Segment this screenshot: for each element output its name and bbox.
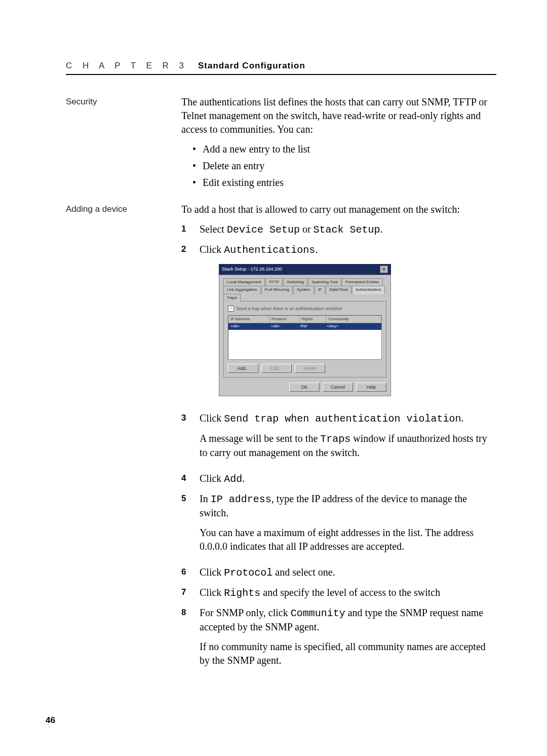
step-number: 1 — [181, 222, 190, 237]
security-bullets: Add a new entry to the list Delete an en… — [192, 142, 496, 190]
edit-button[interactable]: Edit... — [261, 364, 292, 373]
step-number: 7 — [181, 586, 190, 600]
step-body: Click Add. — [200, 472, 496, 486]
section-label-adding: Adding a device — [66, 203, 167, 679]
list-item: Delete an entry — [192, 159, 496, 173]
page-number: 46 — [46, 715, 55, 726]
auth-listbox[interactable]: IP Address Protocol Rights Community <Al… — [228, 315, 382, 360]
chapter-title: Standard Configuration — [198, 61, 305, 70]
step-number: 5 — [181, 492, 190, 559]
step-body: Click Rights and specify the level of ac… — [200, 586, 496, 600]
col-rights[interactable]: Rights — [299, 316, 326, 323]
col-community[interactable]: Community — [326, 316, 381, 323]
close-icon[interactable]: × — [380, 266, 388, 273]
help-button[interactable]: Help — [356, 383, 386, 392]
tab-system[interactable]: System — [293, 286, 314, 294]
step-body: Select Device Setup or Stack Setup. — [200, 222, 496, 237]
step-body: In IP address, type the IP address of th… — [200, 492, 496, 559]
col-protocol[interactable]: Protocol — [269, 316, 299, 323]
trap-checkbox[interactable]: ✓ — [228, 306, 234, 312]
delete-button[interactable]: Delete — [295, 364, 325, 373]
chapter-label: C H A P T E R 3 — [66, 61, 188, 70]
step-number: 4 — [181, 472, 190, 486]
dialog-screenshot: Stack Setup - 172.28.184.200 × Local Man… — [219, 264, 391, 396]
tab-ip[interactable]: IP — [315, 286, 326, 294]
section-label-security: Security — [66, 95, 167, 198]
step-number: 3 — [181, 411, 190, 466]
list-item: Edit existing entries — [192, 176, 496, 190]
page-header: C H A P T E R 3 Standard Configuration — [66, 61, 496, 71]
dialog-tabs: Local Management TFTP Switching Spanning… — [223, 275, 386, 301]
tab-authentication[interactable]: Authentication — [352, 286, 385, 294]
tab-spanning-tree[interactable]: Spanning Tree — [308, 278, 341, 286]
dialog-panel: ✓ Send a trap when there is an authentic… — [223, 301, 386, 377]
step-body: For SNMP only, click Community and type … — [200, 606, 496, 673]
tab-traps[interactable]: Traps — [223, 294, 241, 302]
step-number: 2 — [181, 243, 190, 405]
security-intro: The authentications list defines the hos… — [181, 95, 496, 136]
dialog-titlebar[interactable]: Stack Setup - 172.28.184.200 × — [219, 264, 391, 275]
step-body: Click Send trap when authentication viol… — [200, 411, 496, 466]
list-header: IP Address Protocol Rights Community — [228, 316, 381, 324]
tab-permanent-entries[interactable]: Permanent Entries — [342, 278, 382, 286]
tab-switching[interactable]: Switching — [283, 278, 307, 286]
dialog-title: Stack Setup - 172.28.184.200 — [222, 266, 282, 272]
list-row[interactable]: <All> <All> RW <Any> — [228, 323, 381, 330]
list-item: Add a new entry to the list — [192, 142, 496, 156]
tab-date-time[interactable]: Date/Time — [326, 286, 351, 294]
tab-tftp[interactable]: TFTP — [265, 278, 283, 286]
ok-button[interactable]: OK — [289, 383, 320, 392]
step-body: Click Protocol and select one. — [200, 565, 496, 580]
trap-checkbox-label: Send a trap when there is an authenticat… — [236, 306, 342, 312]
header-rule — [66, 74, 496, 75]
add-button[interactable]: Add... — [228, 364, 258, 373]
tab-port-mirroring[interactable]: Port Mirroring — [261, 286, 293, 294]
step-number: 6 — [181, 565, 190, 580]
step-body: Click Authentications. Stack Setup - 172… — [200, 243, 496, 405]
cancel-button[interactable]: Cancel — [323, 383, 353, 392]
tab-local-management[interactable]: Local Management — [223, 278, 265, 286]
step-number: 8 — [181, 606, 190, 673]
tab-link-aggregation[interactable]: Link Aggregation — [223, 286, 261, 294]
col-ip-address[interactable]: IP Address — [228, 316, 269, 323]
page: C H A P T E R 3 Standard Configuration S… — [0, 0, 547, 756]
adding-intro: To add a host that is allowed to carry o… — [181, 203, 496, 216]
